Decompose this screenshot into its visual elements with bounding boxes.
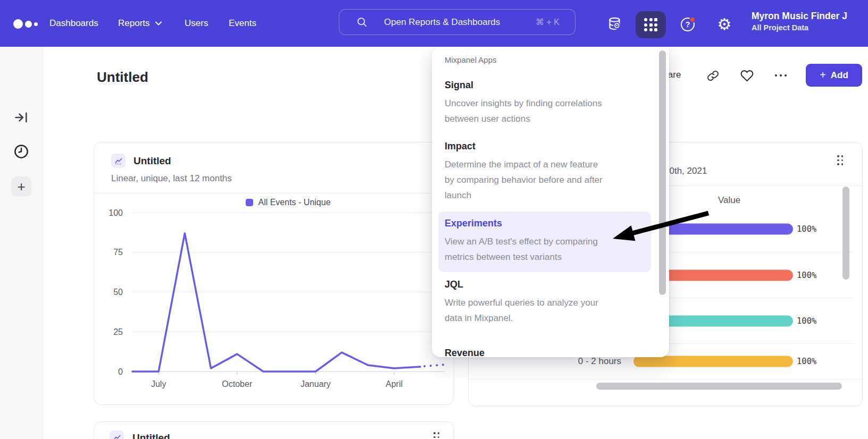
user-menu[interactable]: Myron Music Finder J All Project Data	[752, 11, 868, 32]
value-bar	[633, 356, 793, 367]
mixpanel-apps-menu: Mixpanel Apps Signal Uncover insights by…	[432, 47, 669, 357]
row-percent: 100%	[797, 224, 816, 234]
global-search-input[interactable]: Open Reports & Dashboards ⌘ + K	[339, 9, 575, 35]
row-percent: 100%	[797, 271, 816, 280]
menu-item-signal[interactable]: Signal	[445, 80, 473, 91]
menu-item-impact[interactable]: Impact	[445, 141, 475, 152]
menu-item-description: View an A/B test's effect by comparingme…	[445, 234, 647, 265]
svg-text:October: October	[222, 379, 253, 389]
row-percent: 100%	[797, 316, 816, 326]
drag-handle-icon[interactable]	[837, 155, 843, 165]
apps-grid-icon	[644, 18, 657, 31]
arrow-to-bar-icon	[14, 110, 29, 125]
menu-item-description: Determine the impact of a new featureby …	[445, 157, 647, 203]
chevron-down-icon	[155, 21, 162, 26]
line-chart-card-icon	[110, 430, 124, 439]
table-vertical-scrollbar[interactable]	[842, 187, 849, 280]
row-percent: 100%	[797, 357, 816, 366]
nav-item-users[interactable]: Users	[185, 0, 208, 47]
menu-scrollbar[interactable]	[659, 50, 666, 295]
menu-item-revenue[interactable]: Revenue	[445, 348, 485, 357]
nav-item-events[interactable]: Events	[229, 0, 256, 47]
svg-text:April: April	[386, 379, 403, 389]
svg-text:July: July	[151, 379, 166, 389]
dashboard-card-bottom: Untitled	[94, 421, 454, 439]
svg-text:75: 75	[113, 248, 123, 257]
favorite-button[interactable]	[737, 66, 756, 85]
menu-item-description: Write powerful queries to analyze yourda…	[445, 295, 647, 326]
dashboard-card-line-chart: Untitled Linear, unique, last 12 months …	[94, 142, 454, 405]
nav-item-dashboards[interactable]: Dashboards	[49, 0, 98, 47]
menu-item-description: Uncover insights by finding correlations…	[445, 96, 647, 126]
search-icon	[356, 16, 368, 28]
svg-text:50: 50	[113, 288, 123, 297]
more-options-button[interactable]	[771, 66, 790, 85]
line-chart-svg[interactable]: 0255075100JulyOctoberJanuaryApril	[94, 206, 454, 398]
menu-item-jql[interactable]: JQL	[445, 279, 463, 290]
data-management-button[interactable]: ⚙	[602, 11, 629, 38]
plus-icon: +	[17, 179, 25, 195]
create-new-button[interactable]: +	[11, 176, 31, 197]
recent-items-button[interactable]	[12, 142, 30, 161]
menu-item-experiments[interactable]: Experiments	[445, 218, 502, 229]
plus-icon: +	[820, 69, 826, 81]
svg-text:January: January	[301, 379, 331, 389]
drag-handle-icon[interactable]	[433, 432, 439, 439]
clock-icon	[13, 143, 29, 159]
settings-button[interactable]: ⚙	[711, 11, 738, 38]
svg-text:0: 0	[118, 367, 123, 376]
database-gear-icon: ⚙	[607, 16, 623, 32]
card-divider	[94, 193, 454, 193]
nav-item-reports[interactable]: Reports	[118, 0, 162, 47]
apps-grid-button[interactable]	[636, 11, 666, 38]
chart-card-subtitle: Linear, unique, last 12 months	[111, 173, 232, 184]
bottom-card-title: Untitled	[132, 432, 170, 439]
line-chart-card-icon	[111, 154, 126, 168]
svg-text:100: 100	[108, 208, 123, 217]
gear-icon: ⚙	[717, 16, 732, 32]
table-horizontal-scrollbar[interactable]	[596, 383, 842, 390]
help-icon: ?	[681, 18, 695, 31]
ellipsis-icon	[775, 74, 787, 77]
mixpanel-logo[interactable]	[13, 19, 38, 29]
copy-link-button[interactable]	[703, 66, 722, 85]
table-column-header: Value	[697, 195, 761, 206]
heart-icon	[740, 69, 754, 82]
project-name: All Project Data	[752, 23, 868, 32]
search-placeholder: Open Reports & Dashboards	[384, 17, 500, 28]
apps-menu-title: Mixpanel Apps	[445, 55, 497, 64]
table-bottom-divider	[469, 379, 862, 379]
left-sidebar: +	[0, 47, 43, 439]
notification-dot	[689, 16, 696, 23]
chart-card-title: Untitled	[133, 155, 171, 167]
top-navbar: Dashboards Reports Users Events Open Rep…	[0, 0, 868, 47]
user-name: Myron Music Finder J	[752, 11, 868, 22]
add-button[interactable]: + Add	[806, 64, 862, 87]
svg-text:25: 25	[113, 327, 123, 336]
link-icon	[707, 70, 719, 82]
page-title: Untitled	[97, 69, 148, 86]
legend-swatch	[246, 199, 253, 206]
expand-sidebar-button[interactable]	[12, 108, 30, 126]
table-card-date: 30th, 2021	[664, 166, 707, 176]
app-window: Untitled Linear, unique, last 12 months …	[0, 0, 868, 439]
help-button[interactable]: ?	[674, 11, 702, 38]
search-shortcut: ⌘ + K	[536, 17, 560, 27]
